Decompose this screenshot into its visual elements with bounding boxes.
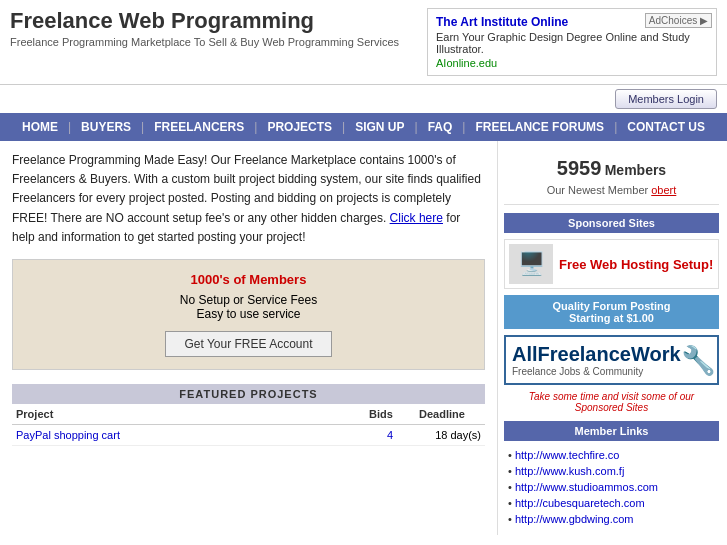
member-link-item: http://www.studioammos.com: [508, 479, 715, 495]
nav-item-projects[interactable]: PROJECTS: [257, 113, 342, 141]
right-column: 5959 Members Our Newest Member obert Spo…: [497, 141, 727, 535]
projects-table: Project Bids Deadline PayPal shopping ca…: [12, 404, 485, 446]
adchoices[interactable]: AdChoices ▶: [645, 13, 712, 28]
nav-item-home[interactable]: HOME: [12, 113, 68, 141]
header: Freelance Web Programming Freelance Prog…: [0, 0, 727, 85]
left-column: Freelance Programming Made Easy! Our Fre…: [0, 141, 497, 535]
hosting-ad[interactable]: 🖥️ Free Web Hosting Setup!: [504, 239, 719, 289]
nav-item-buyers[interactable]: BUYERS: [71, 113, 141, 141]
login-bar: Members Login: [0, 85, 727, 113]
projects-tbody: PayPal shopping cart 4 18 day(s): [12, 424, 485, 445]
allfreelance-ad[interactable]: AllFreelanceWork Freelance Jobs & Commun…: [504, 335, 719, 385]
member-links-list: http://www.techfire.cohttp://www.kush.co…: [504, 447, 719, 527]
promo-box: 1000's of Members No Setup or Service Fe…: [12, 259, 485, 370]
nav-link-freelancers[interactable]: FREELANCERS: [144, 113, 254, 141]
nav-link-forums[interactable]: FREELANCE FORUMS: [465, 113, 614, 141]
member-link[interactable]: http://www.gbdwing.com: [515, 513, 634, 525]
hosting-icon: 🖥️: [509, 244, 553, 284]
nav-item-signup[interactable]: SIGN UP: [345, 113, 414, 141]
ad-text: Earn Your Graphic Design Degree Online a…: [436, 31, 708, 55]
member-link[interactable]: http://www.kush.com.fj: [515, 465, 624, 477]
nav-link-faq[interactable]: FAQ: [418, 113, 463, 141]
nav-item-contact[interactable]: CONTACT US: [617, 113, 715, 141]
col-header-deadline: Deadline: [415, 404, 485, 425]
table-row: PayPal shopping cart 4 18 day(s): [12, 424, 485, 445]
member-links-header: Member Links: [504, 421, 719, 441]
ad-url[interactable]: AIonline.edu: [436, 57, 708, 69]
member-link-item: http://www.gbdwing.com: [508, 511, 715, 527]
nav: HOME | BUYERS | FREELANCERS | PROJECTS |…: [0, 113, 727, 141]
newest-member-link[interactable]: obert: [651, 184, 676, 196]
allfreelance-icon: 🔧: [681, 344, 716, 377]
intro-text: Freelance Programming Made Easy! Our Fre…: [12, 151, 485, 247]
nav-item-faq[interactable]: FAQ: [418, 113, 463, 141]
nav-link-home[interactable]: HOME: [12, 113, 68, 141]
nav-link-signup[interactable]: SIGN UP: [345, 113, 414, 141]
col-header-bids: Bids: [365, 404, 415, 425]
promo-line2: Easy to use service: [25, 307, 472, 321]
allfreelance-title: AllFreelanceWork: [512, 343, 681, 366]
site-subtitle: Freelance Programming Marketplace To Sel…: [10, 36, 427, 48]
click-here-link[interactable]: Click here: [390, 211, 443, 225]
login-button[interactable]: Members Login: [615, 89, 717, 109]
nav-link-projects[interactable]: PROJECTS: [257, 113, 342, 141]
members-box: 5959 Members Our Newest Member obert: [504, 149, 719, 205]
allfreelance-sub: Freelance Jobs & Community: [512, 366, 681, 377]
col-header-project: Project: [12, 404, 365, 425]
free-account-button[interactable]: Get Your FREE Account: [165, 331, 331, 357]
site-title-block: Freelance Web Programming Freelance Prog…: [10, 8, 427, 48]
member-link-item: http://www.techfire.co: [508, 447, 715, 463]
ad-block: AdChoices ▶ The Art Institute Online Ear…: [427, 8, 717, 76]
member-link[interactable]: http://cubesquaretech.com: [515, 497, 645, 509]
nav-item-forums[interactable]: FREELANCE FORUMS: [465, 113, 614, 141]
members-label: Members: [605, 162, 666, 178]
sponsored-note: Take some time and visit some of our Spo…: [504, 391, 719, 413]
nav-link-contact[interactable]: CONTACT US: [617, 113, 715, 141]
featured-projects-header: FEATURED PROJECTS: [12, 384, 485, 404]
sponsored-header: Sponsored Sites: [504, 213, 719, 233]
allfreelance-info: AllFreelanceWork Freelance Jobs & Commun…: [512, 343, 681, 377]
member-link-item: http://www.kush.com.fj: [508, 463, 715, 479]
newest-member: Our Newest Member obert: [512, 184, 711, 196]
site-title: Freelance Web Programming: [10, 8, 427, 34]
hosting-text: Free Web Hosting Setup!: [559, 257, 713, 272]
newest-label: Our Newest Member: [547, 184, 648, 196]
main: Freelance Programming Made Easy! Our Fre…: [0, 141, 727, 535]
project-deadline-cell: 18 day(s): [415, 424, 485, 445]
quality-forum-ad[interactable]: Quality Forum PostingStarting at $1.00: [504, 295, 719, 329]
nav-list: HOME | BUYERS | FREELANCERS | PROJECTS |…: [0, 113, 727, 141]
promo-line1: No Setup or Service Fees: [25, 293, 472, 307]
promo-members-label: 1000's of Members: [25, 272, 472, 287]
bids-link[interactable]: 4: [387, 429, 393, 441]
nav-item-freelancers[interactable]: FREELANCERS: [144, 113, 254, 141]
members-count: 5959: [557, 157, 602, 179]
member-link-item: http://cubesquaretech.com: [508, 495, 715, 511]
member-link[interactable]: http://www.studioammos.com: [515, 481, 658, 493]
project-bids-cell: 4: [365, 424, 415, 445]
project-link[interactable]: PayPal shopping cart: [16, 429, 120, 441]
project-name-cell: PayPal shopping cart: [12, 424, 365, 445]
member-link[interactable]: http://www.techfire.co: [515, 449, 620, 461]
nav-link-buyers[interactable]: BUYERS: [71, 113, 141, 141]
